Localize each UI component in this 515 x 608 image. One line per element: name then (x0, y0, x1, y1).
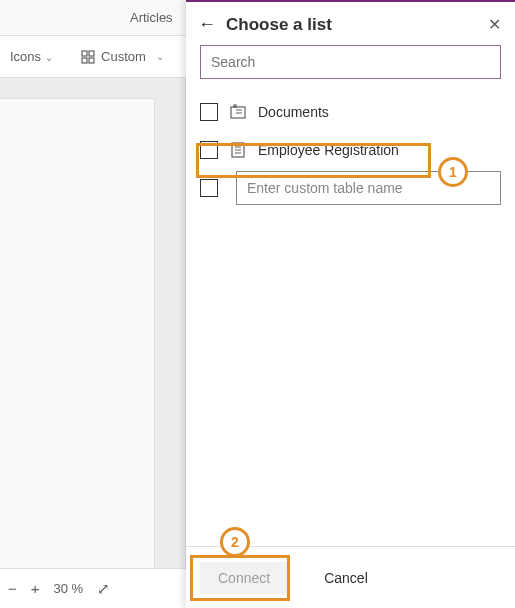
choose-list-panel: ← Choose a list ✕ Documents Employee Reg… (186, 0, 515, 608)
panel-title: Choose a list (226, 15, 478, 35)
tab-articles[interactable]: Articles (130, 10, 173, 25)
list-icon (230, 142, 246, 158)
grid-icon (81, 50, 95, 64)
list-item-label: Documents (258, 104, 329, 120)
canvas-screen (0, 98, 155, 568)
panel-header: ← Choose a list ✕ (186, 2, 515, 45)
menu-icons[interactable]: Icons⌄ (10, 49, 53, 64)
list-item-label: Employee Registration (258, 142, 399, 158)
menu-custom[interactable]: Custom⌄ (81, 49, 164, 64)
chevron-down-icon: ⌄ (156, 51, 164, 62)
annotation-badge-2: 2 (220, 527, 250, 557)
close-button[interactable]: ✕ (488, 15, 501, 34)
svg-rect-5 (234, 105, 236, 107)
zoom-level: 30 % (54, 581, 84, 596)
cancel-button[interactable]: Cancel (306, 562, 386, 594)
back-button[interactable]: ← (198, 14, 216, 35)
checkbox[interactable] (200, 179, 218, 197)
svg-rect-1 (89, 51, 94, 56)
fit-screen-button[interactable]: ⤢ (97, 580, 110, 598)
svg-rect-0 (82, 51, 87, 56)
zoom-out-button[interactable]: − (8, 580, 17, 597)
chevron-down-icon: ⌄ (45, 52, 53, 63)
checkbox[interactable] (200, 103, 218, 121)
status-bar: − + 30 % ⤢ (0, 568, 186, 608)
checkbox[interactable] (200, 141, 218, 159)
app-tab-bar: Articles (0, 0, 186, 36)
connect-button[interactable]: Connect (200, 562, 288, 594)
search-input[interactable] (200, 45, 501, 79)
zoom-in-button[interactable]: + (31, 580, 40, 597)
svg-rect-3 (89, 58, 94, 63)
ribbon-toolbar: Icons⌄ Custom⌄ (0, 36, 186, 78)
annotation-badge-1: 1 (438, 157, 468, 187)
document-library-icon (230, 104, 246, 120)
svg-rect-2 (82, 58, 87, 63)
canvas-area (0, 78, 186, 568)
list-item-documents[interactable]: Documents (200, 93, 501, 131)
list-area: Documents Employee Registration (186, 93, 515, 207)
